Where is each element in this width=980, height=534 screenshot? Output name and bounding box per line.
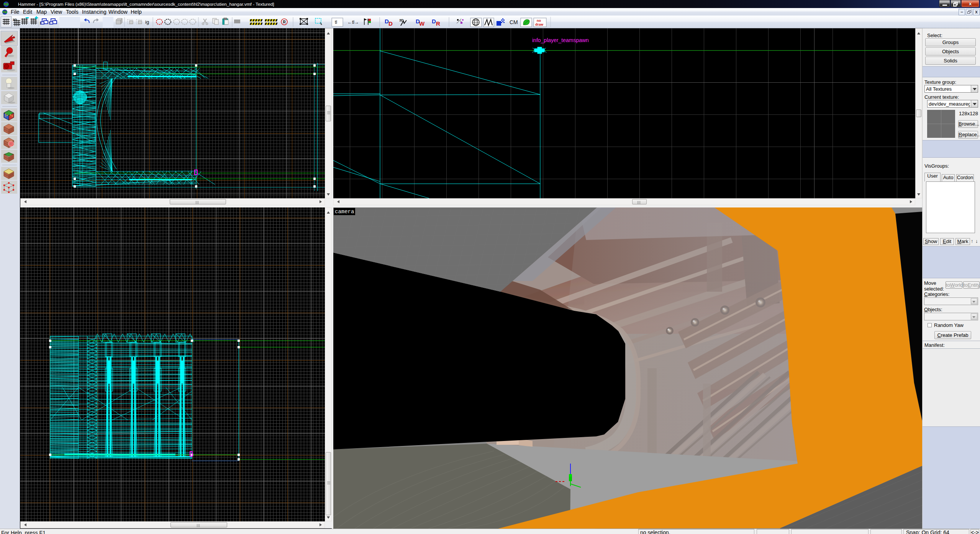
svg-text:no: no — [537, 19, 541, 23]
svg-text:D: D — [388, 20, 393, 27]
svg-text:camera: camera — [335, 209, 354, 215]
svg-text:draw: draw — [535, 23, 544, 26]
svg-text:R: R — [283, 20, 286, 24]
svg-text:W: W — [419, 20, 425, 27]
svg-text:CM: CM — [510, 19, 518, 25]
svg-text:R: R — [436, 20, 440, 27]
svg-text:tl: tl — [335, 20, 337, 25]
svg-text:info_player_teamspawn: info_player_teamspawn — [532, 37, 589, 43]
svg-text:←tl→: ←tl→ — [347, 20, 359, 25]
svg-text:D: D — [432, 18, 436, 24]
svg-text:ig: ig — [145, 19, 149, 25]
